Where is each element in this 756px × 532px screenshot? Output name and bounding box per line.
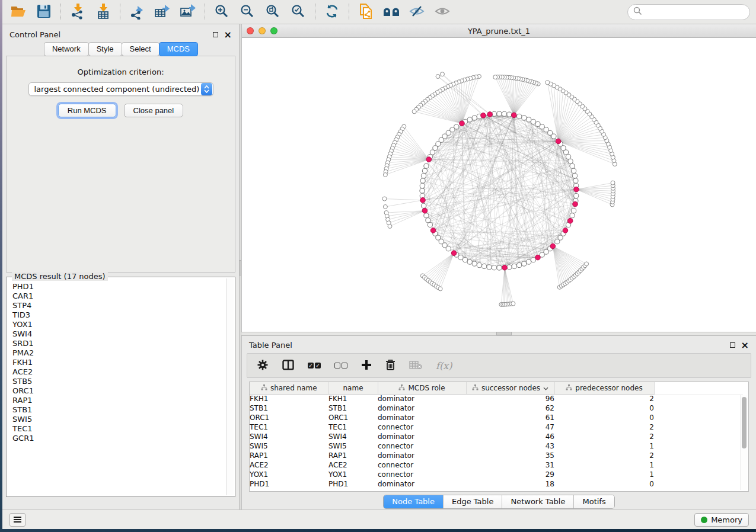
hub-node[interactable]: [451, 251, 457, 256]
mcds-node-item[interactable]: SWI4: [12, 329, 225, 339]
cell[interactable]: RAP1: [328, 451, 378, 460]
table-scrollbar[interactable]: [740, 395, 747, 490]
tab-network-table[interactable]: Network Table: [502, 495, 574, 508]
ring-node[interactable]: [433, 146, 438, 150]
mcds-node-item[interactable]: PMA2: [12, 348, 225, 358]
export-table-button[interactable]: [152, 2, 173, 21]
ring-node[interactable]: [574, 193, 579, 198]
ring-node[interactable]: [497, 111, 502, 116]
table-row[interactable]: PHD1PHD1dominator180: [250, 479, 743, 489]
ring-node[interactable]: [472, 261, 477, 266]
cell[interactable]: TEC1: [250, 422, 328, 432]
mcds-node-item[interactable]: YOX1: [12, 320, 225, 329]
column-header-predecessor-nodes[interactable]: predecessor nodes: [554, 382, 654, 394]
ring-node[interactable]: [568, 159, 573, 164]
mcds-node-item[interactable]: SWI5: [12, 415, 225, 424]
ring-node[interactable]: [421, 203, 426, 208]
leaf-node[interactable]: [546, 81, 550, 85]
show-panels-button[interactable]: [9, 513, 25, 527]
zoom-in-button[interactable]: [212, 2, 232, 21]
hub-node[interactable]: [481, 113, 486, 118]
ring-node[interactable]: [517, 262, 522, 267]
zoom-out-button[interactable]: [237, 2, 257, 21]
ring-node[interactable]: [428, 222, 432, 227]
cell[interactable]: 43: [466, 441, 554, 451]
mcds-node-item[interactable]: ORC1: [12, 386, 225, 396]
table-row[interactable]: RAP1RAP1dominator352: [250, 451, 743, 460]
ring-node[interactable]: [540, 124, 544, 129]
table-row[interactable]: STB1STB1dominator620: [250, 403, 743, 413]
cell[interactable]: ACE2: [250, 460, 328, 470]
ring-node[interactable]: [497, 265, 502, 270]
cell[interactable]: dominator: [378, 432, 466, 441]
table-row[interactable]: SWI4SWI4dominator462: [250, 432, 743, 441]
hub-node[interactable]: [426, 157, 432, 162]
new-network-from-selection-button[interactable]: [356, 2, 376, 21]
hub-node[interactable]: [573, 201, 578, 207]
table-row[interactable]: YOX1YOX1connector291: [250, 470, 743, 479]
cell[interactable]: 96: [466, 394, 554, 403]
leaf-node[interactable]: [383, 204, 387, 209]
leaf-node[interactable]: [611, 181, 615, 185]
ring-node[interactable]: [527, 259, 531, 264]
zoom-selected-button[interactable]: [288, 2, 308, 21]
cell[interactable]: connector: [378, 422, 466, 432]
zoom-fit-button[interactable]: [263, 2, 283, 21]
mcds-list-scrollbar[interactable]: [226, 278, 234, 495]
ring-node[interactable]: [477, 262, 481, 267]
cell[interactable]: 2: [554, 451, 654, 460]
export-network-button[interactable]: [127, 2, 147, 21]
first-neighbors-button[interactable]: [381, 2, 401, 21]
cell[interactable]: SWI5: [250, 441, 328, 451]
ring-node[interactable]: [517, 114, 522, 118]
leaf-node[interactable]: [511, 302, 515, 306]
ring-node[interactable]: [527, 117, 531, 122]
ring-node[interactable]: [467, 117, 472, 122]
leaf-node[interactable]: [436, 74, 440, 78]
hub-node[interactable]: [422, 208, 428, 213]
ring-node[interactable]: [422, 168, 427, 173]
mcds-node-item[interactable]: STB1: [12, 405, 225, 415]
cell[interactable]: ORC1: [328, 413, 378, 422]
close-panel-button[interactable]: Close panel: [124, 104, 184, 117]
cell[interactable]: SWI5: [328, 441, 378, 451]
hub-node[interactable]: [574, 187, 579, 192]
tab-mcds[interactable]: MCDS: [159, 42, 198, 56]
cell[interactable]: 18: [466, 479, 554, 489]
mcds-node-item[interactable]: RAP1: [12, 396, 225, 405]
ring-node[interactable]: [424, 213, 429, 218]
ring-node[interactable]: [420, 178, 425, 183]
ring-node[interactable]: [420, 188, 425, 193]
table-row[interactable]: TEC1TEC1connector472: [250, 422, 743, 432]
hub-node[interactable]: [430, 228, 436, 233]
hub-node[interactable]: [567, 218, 573, 223]
cell[interactable]: PHD1: [250, 479, 328, 489]
ring-node[interactable]: [487, 265, 492, 270]
network-canvas[interactable]: [242, 38, 756, 334]
minimize-window-icon[interactable]: [259, 27, 266, 34]
ring-node[interactable]: [507, 265, 512, 270]
cell[interactable]: YOX1: [328, 470, 378, 479]
tab-network[interactable]: Network: [44, 42, 89, 56]
leaf-node[interactable]: [388, 224, 392, 228]
cell[interactable]: connector: [378, 460, 466, 470]
ring-node[interactable]: [458, 255, 463, 259]
hub-node[interactable]: [563, 228, 568, 233]
cell[interactable]: connector: [378, 441, 466, 451]
cell[interactable]: 1: [554, 441, 654, 451]
column-header-shared-name[interactable]: shared name: [250, 382, 328, 394]
float-panel-icon[interactable]: [730, 342, 735, 348]
close-window-icon[interactable]: [247, 27, 254, 34]
cell[interactable]: FKH1: [250, 394, 328, 403]
leaf-node[interactable]: [585, 262, 589, 266]
mcds-node-item[interactable]: TID3: [12, 310, 225, 320]
ring-node[interactable]: [572, 174, 577, 178]
cell[interactable]: dominator: [378, 403, 466, 413]
save-session-button[interactable]: [34, 2, 54, 21]
cell[interactable]: connector: [378, 470, 466, 479]
column-header-name[interactable]: name: [328, 382, 378, 394]
cell[interactable]: 2: [554, 394, 654, 403]
cell[interactable]: dominator: [378, 394, 466, 403]
leaf-node[interactable]: [412, 110, 416, 114]
ring-node[interactable]: [522, 261, 527, 266]
